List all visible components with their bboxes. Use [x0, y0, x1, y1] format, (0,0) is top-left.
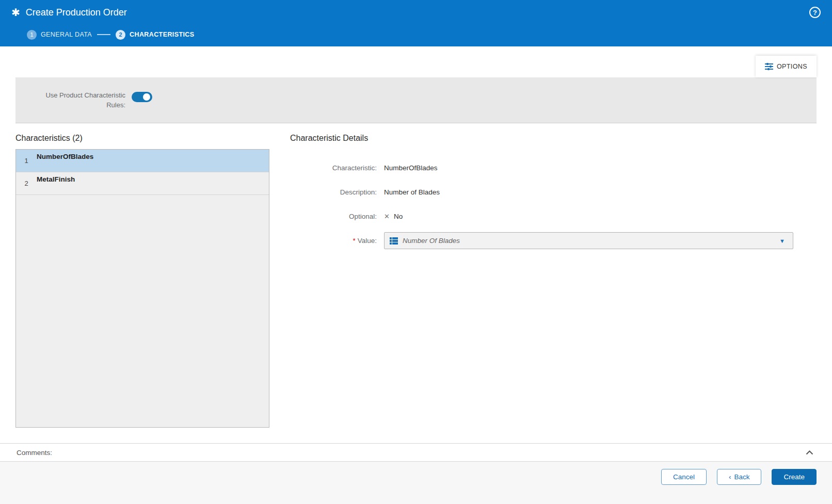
- chevron-up-icon: [806, 450, 813, 455]
- value-combobox[interactable]: Number Of Blades ▼: [384, 232, 793, 249]
- content-columns: Characteristics (2) 1 NumberOfBlades 2 M…: [15, 134, 817, 443]
- step-connector: [97, 34, 110, 35]
- value-label: *Value:: [290, 237, 384, 245]
- step-general-data[interactable]: 1 GENERAL DATA: [27, 30, 92, 40]
- rules-panel: Use Product Characteristic Rules:: [15, 77, 817, 123]
- characteristic-label: Characteristic:: [290, 164, 384, 172]
- create-label: Create: [783, 473, 805, 481]
- comments-label: Comments:: [17, 449, 52, 457]
- comments-bar: Comments:: [0, 443, 832, 462]
- chevron-left-icon: ‹: [729, 473, 731, 481]
- use-rules-field: Use Product Characteristic Rules:: [39, 90, 152, 110]
- details-form: Characteristic: NumberOfBlades Descripti…: [290, 159, 793, 249]
- options-sliders-icon: [765, 63, 773, 70]
- step-1-label: GENERAL DATA: [41, 31, 92, 38]
- description-row: Description: Number of Blades: [290, 184, 793, 201]
- optional-value-text: No: [394, 213, 403, 220]
- optional-row: Optional: ✕ No: [290, 208, 793, 225]
- characteristics-title: Characteristics (2): [15, 134, 269, 143]
- value-help-grid-icon: [390, 237, 398, 245]
- footer-bar: Cancel ‹ Back Create: [0, 462, 832, 504]
- toggle-knob: [143, 93, 150, 101]
- chevron-down-icon[interactable]: ▼: [777, 238, 788, 244]
- details-title: Characteristic Details: [290, 134, 793, 143]
- cancel-button[interactable]: Cancel: [661, 469, 707, 485]
- row-index: 1: [16, 150, 37, 172]
- back-label: Back: [734, 473, 749, 481]
- create-button[interactable]: Create: [772, 469, 817, 485]
- step-2-circle: 2: [116, 30, 125, 40]
- details-column: Characteristic Details Characteristic: N…: [290, 134, 817, 443]
- x-icon: ✕: [384, 213, 390, 220]
- value-placeholder: Number Of Blades: [403, 237, 772, 245]
- optional-value: ✕ No: [384, 213, 403, 220]
- characteristic-value: NumberOfBlades: [384, 164, 438, 172]
- use-rules-label: Use Product Characteristic Rules:: [39, 90, 125, 110]
- title-row: ✱ Create Production Order ?: [11, 0, 821, 25]
- row-index: 2: [16, 172, 37, 194]
- step-1-circle: 1: [27, 30, 37, 40]
- value-label-text: Value:: [358, 237, 377, 245]
- row-name: MetalFinish: [37, 172, 75, 194]
- optional-label: Optional:: [290, 213, 384, 220]
- help-icon[interactable]: ?: [809, 7, 821, 18]
- main-content: OPTIONS Use Product Characteristic Rules…: [0, 46, 832, 443]
- required-marker: *: [353, 237, 355, 245]
- toolbar-row: OPTIONS: [15, 56, 817, 77]
- characteristics-column: Characteristics (2) 1 NumberOfBlades 2 M…: [15, 134, 269, 443]
- characteristic-row: Characteristic: NumberOfBlades: [290, 159, 793, 176]
- options-button[interactable]: OPTIONS: [756, 56, 817, 77]
- list-item-metalfinish[interactable]: 2 MetalFinish: [16, 172, 269, 195]
- cancel-label: Cancel: [673, 473, 695, 481]
- characteristics-list: 1 NumberOfBlades 2 MetalFinish: [15, 149, 269, 428]
- asterisk-app-icon: ✱: [11, 7, 20, 18]
- back-button[interactable]: ‹ Back: [717, 469, 762, 485]
- value-row: *Value: Number Of B: [290, 232, 793, 249]
- description-value: Number of Blades: [384, 188, 440, 196]
- description-label: Description:: [290, 188, 384, 196]
- step-characteristics[interactable]: 2 CHARACTERISTICS: [116, 30, 194, 40]
- list-item-numberofblades[interactable]: 1 NumberOfBlades: [16, 150, 269, 172]
- wizard-steps: 1 GENERAL DATA 2 CHARACTERISTICS: [11, 25, 821, 44]
- collapse-comments-button[interactable]: [804, 448, 815, 457]
- step-2-label: CHARACTERISTICS: [130, 31, 194, 38]
- use-product-characteristic-rules-toggle[interactable]: [132, 92, 152, 102]
- page-title: Create Production Order: [26, 7, 804, 18]
- options-label: OPTIONS: [777, 63, 807, 70]
- app-header: ✱ Create Production Order ? 1 GENERAL DA…: [0, 0, 832, 46]
- row-name: NumberOfBlades: [37, 150, 93, 172]
